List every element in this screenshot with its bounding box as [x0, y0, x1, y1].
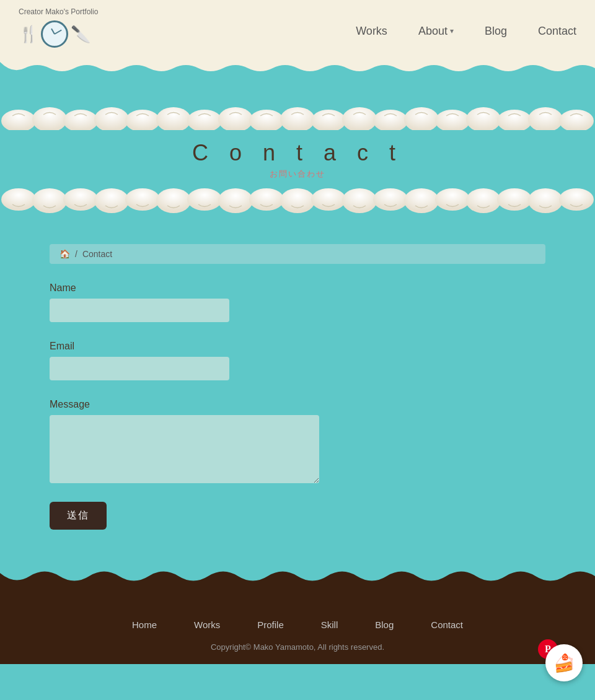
breadcrumb-current: Contact — [82, 249, 112, 259]
logo-icon[interactable]: 🍴 🔪 — [19, 20, 90, 48]
svg-point-25 — [187, 188, 222, 211]
home-icon[interactable]: 🏠 — [60, 249, 70, 259]
email-input[interactable] — [50, 357, 229, 380]
email-field-group: Email — [50, 341, 545, 380]
nav-about[interactable]: About ▾ — [418, 25, 454, 38]
wave-svg — [0, 62, 595, 81]
site-footer: Home Works Profile Skill Blog Contact Co… — [0, 601, 595, 664]
cake-icon: 🍰 — [553, 653, 575, 665]
email-label: Email — [50, 341, 545, 352]
svg-point-0 — [1, 110, 36, 130]
svg-point-30 — [342, 188, 377, 213]
breadcrumb-section: 🏠 / Contact — [0, 232, 595, 276]
svg-point-20 — [32, 188, 67, 213]
svg-point-10 — [311, 110, 346, 130]
svg-point-2 — [63, 110, 98, 130]
name-label: Name — [50, 282, 545, 294]
site-header: Creator Mako's Portfolio 🍴 🔪 Works About… — [0, 0, 595, 62]
footer-wave — [0, 567, 595, 601]
svg-point-18 — [559, 110, 594, 130]
svg-point-33 — [435, 188, 470, 211]
svg-point-23 — [125, 188, 160, 211]
svg-point-16 — [497, 110, 532, 130]
nav-works[interactable]: Works — [356, 25, 387, 38]
svg-point-27 — [249, 188, 284, 211]
message-label: Message — [50, 399, 545, 410]
svg-point-21 — [63, 188, 98, 211]
svg-point-6 — [187, 110, 222, 130]
contact-title: C o n t a c t — [0, 140, 595, 166]
svg-point-13 — [404, 107, 439, 130]
svg-point-4 — [125, 110, 160, 130]
whipped-cream-svg — [0, 90, 595, 130]
contact-subtitle: お問い合わせ — [0, 168, 595, 180]
message-field-group: Message — [50, 399, 545, 483]
footer-nav-contact[interactable]: Contact — [431, 619, 463, 630]
svg-point-3 — [94, 107, 129, 130]
svg-point-9 — [280, 107, 315, 130]
contact-form-section: Name Email Message 送信 — [0, 276, 595, 567]
svg-point-37 — [559, 188, 594, 211]
svg-point-31 — [373, 188, 408, 211]
submit-button[interactable]: 送信 — [50, 502, 107, 530]
footer-nav-home[interactable]: Home — [132, 619, 157, 630]
logo-area: Creator Mako's Portfolio 🍴 🔪 — [19, 14, 90, 48]
svg-point-24 — [156, 188, 191, 213]
footer-nav-blog[interactable]: Blog — [375, 619, 394, 630]
knife-icon: 🔪 — [71, 25, 90, 44]
svg-point-26 — [218, 188, 253, 213]
breadcrumb-separator: / — [75, 249, 77, 259]
nav-blog[interactable]: Blog — [485, 25, 507, 38]
svg-point-7 — [218, 107, 253, 130]
svg-point-32 — [404, 188, 439, 213]
svg-point-34 — [466, 188, 501, 213]
svg-point-35 — [497, 188, 532, 211]
svg-point-12 — [373, 110, 408, 130]
chevron-down-icon: ▾ — [450, 27, 454, 35]
message-textarea[interactable] — [50, 415, 319, 483]
svg-point-17 — [528, 107, 563, 130]
name-field-group: Name — [50, 282, 545, 322]
svg-point-14 — [435, 110, 470, 130]
svg-point-29 — [311, 188, 346, 211]
footer-wave-svg — [0, 567, 595, 601]
footer-nav-profile[interactable]: Profile — [257, 619, 284, 630]
contact-form: Name Email Message 送信 — [50, 282, 545, 530]
footer-nav-works[interactable]: Works — [194, 619, 220, 630]
main-nav: Works About ▾ Blog Contact — [356, 25, 576, 38]
name-input[interactable] — [50, 299, 229, 322]
svg-point-1 — [32, 107, 67, 130]
whipped-cream-bottom-svg — [0, 188, 595, 229]
logo-text: Creator Mako's Portfolio — [19, 7, 98, 16]
fork-icon: 🍴 — [19, 25, 38, 44]
svg-point-36 — [528, 188, 563, 213]
breadcrumb: 🏠 / Contact — [50, 244, 545, 264]
nav-contact[interactable]: Contact — [538, 25, 576, 38]
header-wave-divider — [0, 62, 595, 81]
clock-icon — [41, 20, 68, 48]
contact-banner: C o n t a c t お問い合わせ — [0, 81, 595, 232]
svg-point-15 — [466, 107, 501, 130]
svg-point-11 — [342, 107, 377, 130]
svg-point-5 — [156, 107, 191, 130]
copyright-text: Copyright© Mako Yamamoto, All rights res… — [211, 642, 384, 652]
svg-point-8 — [249, 110, 284, 130]
footer-nav-skill[interactable]: Skill — [321, 619, 338, 630]
footer-nav: Home Works Profile Skill Blog Contact — [0, 619, 595, 630]
hero-text-block: C o n t a c t お問い合わせ — [0, 129, 595, 190]
footer-bottom: Copyright© Mako Yamamoto, All rights res… — [0, 642, 595, 652]
svg-point-28 — [280, 188, 315, 213]
svg-point-22 — [94, 188, 129, 213]
svg-point-19 — [1, 188, 36, 211]
